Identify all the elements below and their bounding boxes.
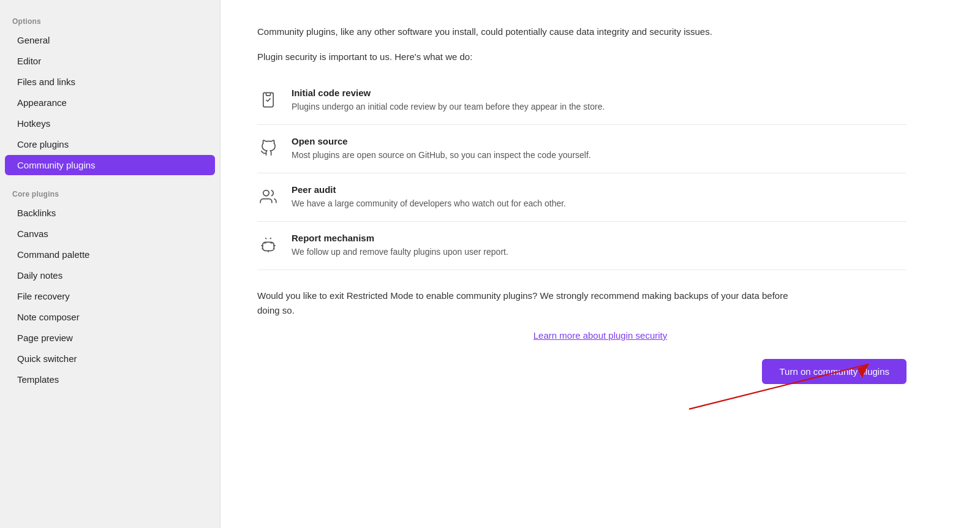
sidebar-item-quick-switcher[interactable]: Quick switcher [5,349,215,369]
options-section-label: Options [0,12,220,29]
users-icon [257,186,279,208]
feature-desc-report-mechanism: We follow up and remove faulty plugins u… [292,246,907,258]
sidebar-item-files-and-links[interactable]: Files and links [5,72,215,92]
sidebar-item-community-plugins[interactable]: Community plugins [5,155,215,175]
feature-text-code-review: Initial code reviewPlugins undergo an in… [292,88,907,113]
main-content: Community plugins, like any other softwa… [221,0,980,528]
feature-title-code-review: Initial code review [292,88,907,98]
feature-item-report-mechanism: Report mechanismWe follow up and remove … [257,222,907,270]
sidebar-item-appearance[interactable]: Appearance [5,92,215,113]
security-title: Plugin security is important to us. Here… [257,51,943,62]
sidebar: Options GeneralEditorFiles and linksAppe… [0,0,221,528]
svg-rect-0 [266,92,271,96]
feature-text-peer-audit: Peer auditWe have a large community of d… [292,184,907,210]
sidebar-item-daily-notes[interactable]: Daily notes [5,265,215,285]
svg-point-1 [263,190,269,196]
feature-desc-peer-audit: We have a large community of developers … [292,197,907,210]
intro-text: Community plugins, like any other softwa… [257,25,900,39]
sidebar-item-hotkeys[interactable]: Hotkeys [5,113,215,134]
feature-text-open-source: Open sourceMost plugins are open source … [292,136,907,162]
feature-desc-open-source: Most plugins are open source on GitHub, … [292,149,907,162]
sidebar-item-command-palette[interactable]: Command palette [5,244,215,265]
github-icon [257,137,279,159]
clipboard-check-icon [257,89,279,111]
core-plugins-section-label: Core plugins [0,185,220,202]
feature-list: Initial code reviewPlugins undergo an in… [257,77,907,270]
sidebar-item-backlinks[interactable]: Backlinks [5,203,215,223]
feature-item-peer-audit: Peer auditWe have a large community of d… [257,173,907,222]
feature-title-report-mechanism: Report mechanism [292,233,907,243]
feature-item-code-review: Initial code reviewPlugins undergo an in… [257,77,907,125]
feature-desc-code-review: Plugins undergo an initial code review b… [292,100,907,113]
sidebar-item-note-composer[interactable]: Note composer [5,307,215,327]
sidebar-item-editor[interactable]: Editor [5,51,215,71]
sidebar-item-templates[interactable]: Templates [5,369,215,390]
sidebar-item-general[interactable]: General [5,30,215,50]
sidebar-item-file-recovery[interactable]: File recovery [5,286,215,306]
sidebar-item-canvas[interactable]: Canvas [5,224,215,244]
feature-title-open-source: Open source [292,136,907,146]
button-row: Turn on community plugins [257,359,907,421]
sidebar-item-page-preview[interactable]: Page preview [5,328,215,348]
feature-text-report-mechanism: Report mechanismWe follow up and remove … [292,233,907,258]
learn-more-link[interactable]: Learn more about plugin security [257,330,943,341]
exit-text: Would you like to exit Restricted Mode t… [257,289,809,318]
sidebar-item-core-plugins[interactable]: Core plugins [5,134,215,154]
bug-icon [257,234,279,256]
turn-on-community-plugins-button[interactable]: Turn on community plugins [762,359,907,384]
feature-title-peer-audit: Peer audit [292,184,907,195]
feature-item-open-source: Open sourceMost plugins are open source … [257,125,907,173]
